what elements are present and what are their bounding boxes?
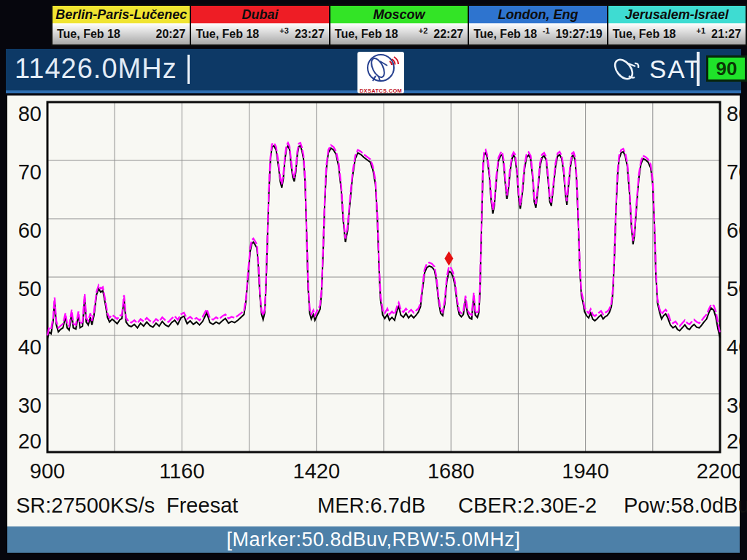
clock-time: 20:27 [155,28,185,41]
clock-time-row: Tue, Feb 18-119:27:19 [469,23,606,44]
clock-cell: Berlin-Paris-LučenecTue, Feb 1820:27 [53,6,190,44]
cber-text: CBER:2.30E-2 [458,494,597,518]
logo-caption: DXSATCS.COM [357,88,404,95]
clock-utc-offset: +1 [697,26,706,35]
svg-text:2200: 2200 [697,459,740,483]
svg-text:50: 50 [18,277,42,300]
svg-text:30: 30 [727,394,740,417]
mer-text: MER:6.7dB [317,494,425,518]
clock-city-label: Moscow [330,6,468,23]
clock-time: 21:27 [711,28,741,41]
marker-diamond [444,251,453,265]
svg-text:20: 20 [18,429,42,453]
frequency-value: 11426.0MHz [15,53,177,85]
clock-city-label: Dubai [191,6,328,23]
clock-cell: Jerusalem-IsraelTue, Feb 18+121:27 [608,6,746,44]
sat-group: SAT 90 [604,49,741,90]
clock-time-row: Tue, Feb 18+323:27 [191,23,328,44]
svg-text:20: 20 [727,429,740,453]
sat-label[interactable]: SAT [649,55,701,84]
chart-area: 8080707060605050404030302020900116014201… [7,96,740,526]
clock-city-label: Jerusalem-Israel [608,6,746,23]
clock-utc-offset: +2 [419,26,428,35]
analyzer-screen: Berlin-Paris-LučenecTue, Feb 1820:27Duba… [0,0,747,560]
svg-text:40: 40 [727,335,740,359]
frequency-input[interactable]: 11426.0MHz [15,53,190,85]
svg-text:40: 40 [18,335,42,359]
clock-city-label: London, Eng [469,6,606,23]
satellite-logo-icon [357,52,404,85]
header-bar: 11426.0MHz DXSATCS.COM [6,49,741,93]
clock-time: 22:27 [433,28,463,41]
world-clock-bar: Berlin-Paris-LučenecTue, Feb 1820:27Duba… [51,4,747,46]
clock-time: 19:27:19 [556,28,603,41]
clock-date: Tue, Feb 18 [196,28,279,41]
clock-date: Tue, Feb 18 [613,28,697,41]
marker-text: [Marker:50.8dBuv,RBW:5.0MHz] [226,529,520,551]
clock-city-label: Berlin-Paris-Lučenec [53,6,190,23]
clock-time-row: Tue, Feb 1820:27 [53,23,190,44]
clock-time-row: Tue, Feb 18+222:27 [330,23,468,44]
clock-time: 23:27 [295,28,325,41]
clock-date: Tue, Feb 18 [335,28,419,41]
marker-bar: [Marker:50.8dBuv,RBW:5.0MHz] [7,526,740,553]
sat-number-badge[interactable]: 90 [706,55,747,82]
satellite-dish-icon [610,54,645,85]
clock-cell: London, EngTue, Feb 18-119:27:19 [469,6,606,44]
svg-text:80: 80 [18,102,42,125]
svg-text:900: 900 [30,459,65,483]
clock-time-row: Tue, Feb 18+121:27 [608,23,746,44]
clock-date: Tue, Feb 18 [473,28,543,41]
provider-text: Freesat [166,494,238,518]
dxsatcs-logo: DXSATCS.COM [357,52,404,93]
clock-date: Tue, Feb 18 [57,28,150,41]
clock-utc-offset: +3 [279,26,289,35]
header-divider [697,52,700,86]
status-row: SR:27500KS/s Freesat MER:6.7dB CBER:2.30… [7,494,740,521]
clock-cell: DubaiTue, Feb 18+323:27 [191,6,328,44]
svg-text:1940: 1940 [562,459,609,483]
svg-text:50: 50 [727,277,740,300]
power-text: Pow:58.0dBuV [624,494,747,518]
clock-utc-offset: -1 [543,26,550,35]
svg-text:70: 70 [18,160,42,184]
svg-text:60: 60 [18,219,42,242]
text-cursor [187,55,190,84]
svg-text:1420: 1420 [293,459,341,483]
svg-text:1160: 1160 [159,459,204,483]
svg-text:70: 70 [727,160,740,184]
symbol-rate-text: SR:27500KS/s [16,494,155,518]
svg-text:60: 60 [727,219,740,242]
clock-cell: MoscowTue, Feb 18+222:27 [330,6,468,44]
svg-text:1680: 1680 [427,459,475,483]
svg-text:80: 80 [727,102,740,125]
svg-text:30: 30 [18,394,42,417]
spectrum-plot: 8080707060605050404030302020900116014201… [7,96,740,493]
